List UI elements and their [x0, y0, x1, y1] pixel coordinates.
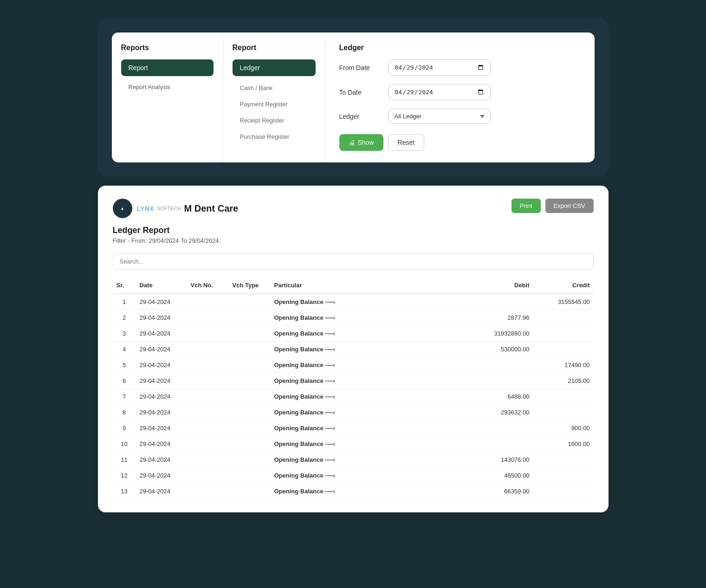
ledger-select[interactable]: All Ledger — [389, 109, 491, 124]
show-button[interactable]: 🖨 Show — [339, 134, 383, 151]
table-row: 11 29-04-2024 Opening Balance ----› 1430… — [113, 452, 594, 468]
cell-particular: Opening Balance ----› — [271, 468, 473, 484]
form-buttons: 🖨 Show Reset — [339, 134, 581, 151]
ledger-menu-item[interactable]: Ledger — [233, 59, 316, 76]
cell-sr: 10 — [113, 436, 136, 452]
cell-vch-no — [187, 373, 229, 389]
cell-debit: 66359.00 — [473, 484, 533, 499]
cell-date: 29-04-2024 — [136, 357, 187, 373]
cell-debit: 6488.00 — [473, 389, 533, 405]
cell-debit — [473, 357, 533, 373]
cell-particular: Opening Balance ----› — [271, 357, 473, 373]
report-button[interactable]: Report — [121, 59, 214, 76]
cell-vch-type — [229, 405, 271, 420]
table-row: 12 29-04-2024 Opening Balance ----› 4650… — [113, 468, 594, 484]
ledger-row: Ledger All Ledger — [339, 109, 581, 124]
cell-credit: 3155545.00 — [533, 294, 594, 310]
cell-vch-type — [229, 326, 271, 342]
cell-date: 29-04-2024 — [136, 373, 187, 389]
cell-vch-type — [229, 310, 271, 326]
cell-credit: 900.00 — [533, 420, 594, 436]
cell-sr: 4 — [113, 342, 136, 357]
cell-vch-no — [187, 357, 229, 373]
cell-vch-type — [229, 436, 271, 452]
cell-date: 29-04-2024 — [136, 484, 187, 499]
cell-credit — [533, 468, 594, 484]
cell-date: 29-04-2024 — [136, 436, 187, 452]
cell-credit — [533, 310, 594, 326]
cell-vch-type — [229, 452, 271, 468]
softech-label: SOFTECH — [157, 206, 181, 211]
top-panel-inner: Reports Report Report Analysis Report Le… — [112, 32, 595, 162]
cell-debit: 530000.00 — [473, 342, 533, 357]
to-date-input[interactable] — [389, 84, 491, 100]
cell-vch-type — [229, 357, 271, 373]
cell-vch-no — [187, 389, 229, 405]
print-button[interactable]: Print — [512, 199, 541, 213]
cell-sr: 3 — [113, 326, 136, 342]
cell-particular: Opening Balance ----› — [271, 342, 473, 357]
cell-sr: 8 — [113, 405, 136, 420]
cell-vch-no — [187, 326, 229, 342]
reports-title: Reports — [121, 44, 214, 52]
table-row: 1 29-04-2024 Opening Balance ----› 31555… — [113, 294, 594, 310]
report-analysis-item[interactable]: Report Analysis — [121, 80, 214, 94]
cell-vch-no — [187, 405, 229, 420]
cell-debit — [473, 373, 533, 389]
table-row: 10 29-04-2024 Opening Balance ----› 1600… — [113, 436, 594, 452]
cell-debit: 143076.00 — [473, 452, 533, 468]
cell-vch-type — [229, 420, 271, 436]
cell-debit — [473, 436, 533, 452]
logo-inner: ● — [121, 206, 123, 211]
table-row: 5 29-04-2024 Opening Balance ----› 17490… — [113, 357, 594, 373]
cell-vch-type — [229, 342, 271, 357]
cell-credit: 2105.00 — [533, 373, 594, 389]
col-vch-type: Vch Type — [229, 277, 271, 294]
table-row: 2 29-04-2024 Opening Balance ----› 2877.… — [113, 310, 594, 326]
cell-particular: Opening Balance ----› — [271, 484, 473, 499]
cell-debit: 293632.00 — [473, 405, 533, 420]
from-date-input[interactable] — [389, 59, 491, 76]
table-row: 6 29-04-2024 Opening Balance ----› 2105.… — [113, 373, 594, 389]
cell-particular: Opening Balance ----› — [271, 294, 473, 310]
cash-bank-menu-item[interactable]: Cash / Bank — [233, 80, 316, 96]
cell-vch-no — [187, 436, 229, 452]
cell-debit: 2877.96 — [473, 310, 533, 326]
table-row: 4 29-04-2024 Opening Balance ----› 53000… — [113, 342, 594, 357]
cell-date: 29-04-2024 — [136, 452, 187, 468]
col-credit: Credit — [533, 277, 594, 294]
cell-sr: 1 — [113, 294, 136, 310]
company-name: M Dent Care — [184, 203, 239, 214]
receipt-register-menu-item[interactable]: Receipt Register — [233, 112, 316, 129]
cell-particular: Opening Balance ----› — [271, 310, 473, 326]
cell-credit — [533, 389, 594, 405]
cell-sr: 13 — [113, 484, 136, 499]
reset-button[interactable]: Reset — [388, 134, 425, 151]
cell-sr: 7 — [113, 389, 136, 405]
ledger-label: Ledger — [339, 113, 381, 120]
ledger-title: Ledger — [339, 44, 581, 52]
payment-register-menu-item[interactable]: Payment Register — [233, 96, 316, 112]
cell-debit — [473, 420, 533, 436]
cell-date: 29-04-2024 — [136, 420, 187, 436]
cell-vch-type — [229, 468, 271, 484]
logo-circle: ● — [113, 199, 132, 218]
cell-vch-type — [229, 373, 271, 389]
purchase-register-menu-item[interactable]: Purchase Register — [233, 129, 316, 145]
to-date-label: To Date — [339, 89, 381, 96]
cell-credit — [533, 342, 594, 357]
from-date-row: From Date — [339, 59, 581, 76]
cell-date: 29-04-2024 — [136, 468, 187, 484]
table-row: 7 29-04-2024 Opening Balance ----› 6488.… — [113, 389, 594, 405]
cell-debit: 46500.00 — [473, 468, 533, 484]
cell-particular: Opening Balance ----› — [271, 389, 473, 405]
from-date-label: From Date — [339, 64, 381, 71]
cell-date: 29-04-2024 — [136, 405, 187, 420]
table-row: 13 29-04-2024 Opening Balance ----› 6635… — [113, 484, 594, 499]
report-filter-text: Filter - From: 29/04/2024 To 29/04/2024, — [113, 237, 594, 244]
export-csv-button[interactable]: Export CSV — [545, 199, 594, 213]
search-input[interactable] — [113, 253, 594, 270]
cell-credit — [533, 326, 594, 342]
cell-sr: 12 — [113, 468, 136, 484]
cell-date: 29-04-2024 — [136, 389, 187, 405]
